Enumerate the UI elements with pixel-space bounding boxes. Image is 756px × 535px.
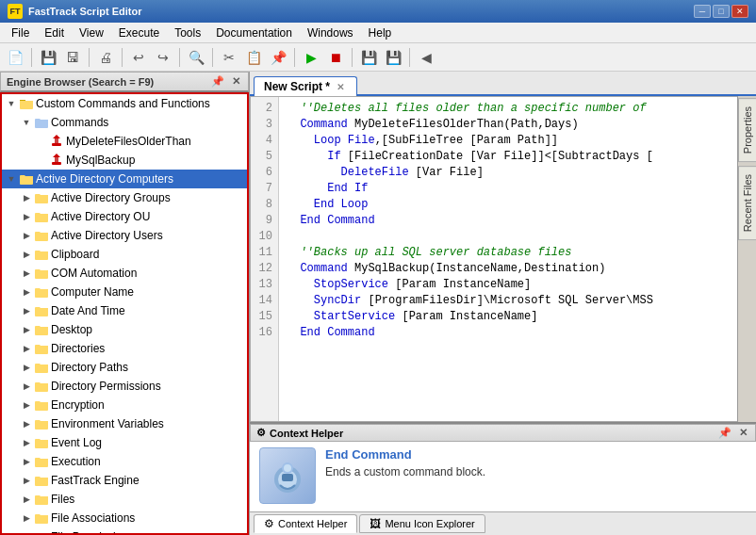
menu-item-view[interactable]: View [72,24,111,41]
maximize-button[interactable]: □ [713,5,730,18]
btab-context-helper[interactable]: ⚙ Context Helper [254,514,357,533]
svg-rect-0 [20,101,33,109]
panel-close-button[interactable]: ✕ [230,75,242,88]
tree-item-computer-name[interactable]: ▶ Computer Name [2,283,247,301]
save-button[interactable]: 💾 [37,46,59,69]
save-run-button[interactable]: 💾 [357,46,380,69]
tree-item-ad-computers[interactable]: ▼ Active Directory Computers [2,170,247,188]
svg-rect-20 [35,440,48,448]
svg-rect-5 [52,162,61,165]
save-run2-button[interactable]: 💾 [382,46,404,69]
menu-item-documentation[interactable]: Documentation [208,24,300,41]
tree-item-event-log[interactable]: ▶ Event Log [2,433,247,452]
minimize-button[interactable]: ─ [694,5,711,18]
tab-close-new-script[interactable]: ✕ [334,80,347,93]
menu-item-file[interactable]: File [4,24,37,41]
folder-icon-ad-users [34,228,49,243]
expander-dir-paths[interactable]: ▶ [19,360,34,375]
expander-dir-permissions[interactable]: ▶ [19,379,34,394]
expander-execution[interactable]: ▶ [19,454,34,469]
tree-label-ad-ou: Active Directory OU [51,208,150,225]
svg-rect-6 [20,176,33,185]
recent-files-tab[interactable]: Recent Files [738,166,757,240]
tree-item-mydelete[interactable]: ▶ MyDeleteFilesOlderThan [2,132,247,151]
copy-button[interactable]: 📋 [242,46,265,69]
expander-custom-commands[interactable]: ▼ [4,96,19,111]
tree-label-directories: Directories [51,340,105,357]
expander-fasttrack-engine[interactable]: ▶ [19,473,34,488]
menu-item-windows[interactable]: Windows [300,24,361,41]
context-helper-close[interactable]: ✕ [737,427,749,439]
cut-button[interactable]: ✂ [218,46,240,69]
tree-item-clipboard[interactable]: ▶ Clipboard [2,245,247,264]
tree-item-fasttrack-engine[interactable]: ▶ FastTrack Engine [2,471,247,490]
tree-item-execution[interactable]: ▶ Execution [2,452,247,471]
folder-icon-dir-paths [34,360,49,375]
expander-desktop[interactable]: ▶ [19,322,34,337]
tree-item-directories[interactable]: ▶ Directories [2,339,247,358]
tree-item-files[interactable]: ▶ Files [2,490,247,509]
properties-tab[interactable]: Properties [738,98,757,162]
expander-clipboard[interactable]: ▶ [19,247,34,262]
expander-ad-ou[interactable]: ▶ [19,209,34,224]
back-button[interactable]: ◀ [415,46,437,69]
stop-button[interactable]: ⏹ [324,46,347,69]
menu-item-edit[interactable]: Edit [37,24,72,41]
expander-event-log[interactable]: ▶ [19,435,34,450]
expander-computer-name[interactable]: ▶ [19,284,34,300]
expander-encryption[interactable]: ▶ [19,397,34,413]
menu-item-tools[interactable]: Tools [167,24,208,41]
new-button[interactable]: 📄 [4,46,26,69]
tree-item-dir-permissions[interactable]: ▶ Directory Permissions [2,377,247,396]
tree-item-mysqlbackup[interactable]: ▶ MySqlBackup [2,151,247,170]
expander-ad-computers[interactable]: ▼ [4,171,19,186]
expander-directories[interactable]: ▶ [19,341,34,356]
svg-rect-13 [35,308,48,316]
menu-item-help[interactable]: Help [361,24,400,41]
tree-item-env-vars[interactable]: ▶ Environment Variables [2,414,247,433]
undo-button[interactable]: ↩ [127,46,150,69]
context-helper-pin[interactable]: 📌 [716,427,733,439]
btab-menu-icon-explorer[interactable]: 🖼 Menu Icon Explorer [359,514,485,533]
paste-button[interactable]: 📌 [267,46,289,69]
folder-icon-ad-ou [34,209,49,224]
tree-item-desktop[interactable]: ▶ Desktop [2,320,247,339]
expander-env-vars[interactable]: ▶ [19,416,34,431]
tree-item-file-assoc[interactable]: ▶ File Associations [2,509,247,527]
expander-files[interactable]: ▶ [19,492,34,507]
engine-browser-title: Engine Browser (Search = F9) [7,76,154,88]
tree-label-mysqlbackup: MySqlBackup [66,152,135,169]
code-content[interactable]: ''Deletes all files older than a specifi… [279,97,737,421]
tree-item-file-perms[interactable]: ▶ File Permissions [2,527,247,535]
tree-item-datetime[interactable]: ▶ Date And Time [2,301,247,320]
redo-button[interactable]: ↪ [152,46,174,69]
pin-button[interactable]: 📌 [209,75,226,88]
tree-item-dir-paths[interactable]: ▶ Directory Paths [2,358,247,377]
tab-new-script[interactable]: New Script * ✕ [254,76,357,96]
save-all-button[interactable]: 🖫 [61,46,84,69]
code-editor[interactable]: 2 3 4 5 6 7 8 9 10 11 12 13 14 15 16 ''D… [250,96,737,422]
tree-item-ad-users[interactable]: ▶ Active Directory Users [2,226,247,245]
tree-item-encryption[interactable]: ▶ Encryption [2,396,247,414]
close-button[interactable]: ✕ [731,5,748,18]
print-button[interactable]: 🖨 [94,46,117,69]
tree-item-commands[interactable]: ▼ Commands [2,113,247,132]
engine-browser-tree[interactable]: ▼ Custom Commands and Functions ▼ Comman… [0,92,249,535]
expander-datetime[interactable]: ▶ [19,303,34,318]
find-button[interactable]: 🔍 [185,46,207,69]
run-button[interactable]: ▶ [300,46,322,69]
expander-ad-users[interactable]: ▶ [19,228,34,243]
expander-file-perms[interactable]: ▶ [19,529,34,535]
expander-file-assoc[interactable]: ▶ [19,511,34,526]
tree-item-com[interactable]: ▶ COM Automation [2,264,247,283]
tree-item-custom-commands[interactable]: ▼ Custom Commands and Functions [2,94,247,113]
folder-icon-event-log [34,435,49,450]
expander-ad-groups[interactable]: ▶ [19,190,34,205]
expander-commands[interactable]: ▼ [19,115,34,130]
svg-rect-3 [35,120,48,128]
tree-item-ad-groups[interactable]: ▶ Active Directory Groups [2,188,247,207]
svg-rect-22 [35,478,48,486]
expander-com[interactable]: ▶ [19,266,34,281]
tree-item-ad-ou[interactable]: ▶ Active Directory OU [2,207,247,226]
menu-item-execute[interactable]: Execute [111,24,167,41]
